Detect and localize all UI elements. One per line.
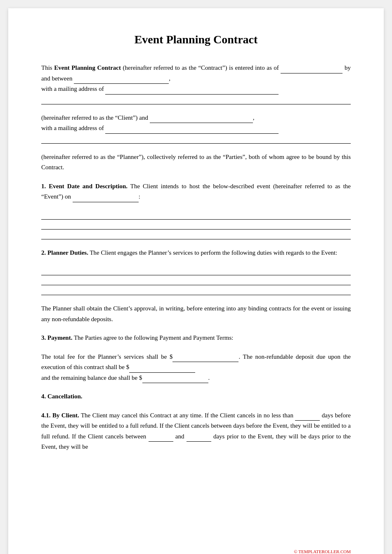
blank-client-name [150,123,253,123]
blank-days-1 [295,420,320,421]
section3-header: 3. Payment. [41,334,72,341]
event-line-2 [41,220,351,230]
blank-client-address [105,133,279,134]
duties-lines [41,266,351,295]
planner-intro-text: (hereinafter referred to as the “Planner… [41,154,351,171]
blank-between-party [74,83,169,84]
blank-date [281,73,342,73]
intro-text2: (hereinafter referred to as the “Contrac… [121,64,281,71]
section41-header: 4.1. By Client. [41,412,79,419]
payment-text3: and the remaining balance due shall be $ [41,374,142,381]
section41-paragraph: 4.1. By Client. The Client may cancel th… [41,410,351,452]
section3-text: The Parties agree to the following Payme… [72,334,233,341]
client-comma: , [253,114,255,121]
document-page: Event Planning Contract This Event Plann… [8,8,384,554]
intro-paragraph: This Event Planning Contract (hereinafte… [41,63,351,104]
section4-header: 4. Cancellation. [41,393,83,400]
duties-line-2 [41,276,351,285]
blank-deposit [129,372,195,373]
section4-paragraph: 4. Cancellation. [41,391,351,402]
section41-text4: days prior to the Event, they will be [211,433,307,440]
client-address-label: with a mailing address of [41,125,105,131]
client-paragraph: (hereinafter referred to as the “Client”… [41,113,351,144]
blank-total-fee [172,362,239,362]
blank-address-client-1 [105,94,279,95]
planner-intro-paragraph: (hereinafter referred to as the “Planner… [41,152,351,173]
section41-and: and [173,433,187,440]
duties-line-1 [41,266,351,275]
planner-approval-text: The Planner shall obtain the Client’s ap… [41,305,351,322]
section3-paragraph: 3. Payment. The Parties agree to the fol… [41,333,351,343]
section41-text: The Client may cancel this Contract at a… [79,412,295,419]
section2-text: The Client engages the Planner’s service… [88,249,337,256]
section1-header: 1. Event Date and Description. [41,183,128,189]
intro-text4: , [169,75,170,82]
client-text1: (hereinafter referred to as the “Client”… [41,114,150,121]
payment-text1: The total fee for the Planner’s services… [41,353,172,360]
event-line-1 [41,211,351,220]
section1-colon: : [139,193,140,200]
intro-bold1: Event Planning Contract [54,64,121,71]
document-content: This Event Planning Contract (hereinafte… [41,63,351,452]
blank-remaining [142,383,208,383]
duties-line-3 [41,286,351,295]
footer-copyright: © TEMPLATEROLLER.COM [294,549,351,554]
blank-full-client [41,135,351,144]
intro-address-label: with a mailing address of [41,85,105,92]
document-title: Event Planning Contract [41,33,351,46]
intro-text1: This [41,64,54,71]
payment-terms-paragraph: The total fee for the Planner’s services… [41,352,351,384]
blank-days-2 [149,441,173,442]
section1-paragraph: 1. Event Date and Description. The Clien… [41,181,351,202]
event-description-lines [41,211,351,239]
payment-text4: . [208,374,210,381]
event-line-3 [41,230,351,239]
blank-event-date [73,202,139,202]
blank-full-intro [41,95,351,104]
section2-paragraph: 2. Planner Duties. The Client engages th… [41,248,351,258]
section2-header: 2. Planner Duties. [41,249,88,256]
planner-approval-paragraph: The Planner shall obtain the Client’s ap… [41,303,351,324]
blank-days-3 [187,441,211,442]
